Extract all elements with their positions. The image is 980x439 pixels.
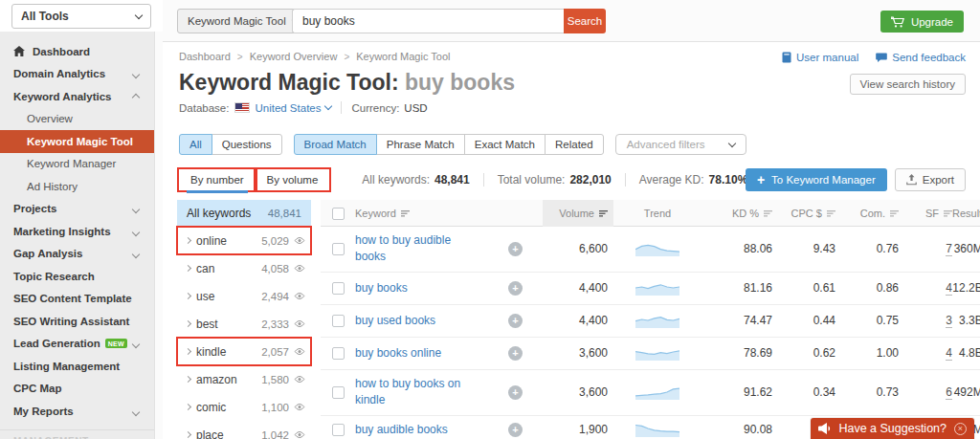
breadcrumb-dashboard[interactable]: Dashboard bbox=[179, 51, 231, 62]
eye-icon[interactable] bbox=[294, 236, 305, 245]
row-checkbox[interactable] bbox=[332, 347, 345, 360]
add-keyword-icon[interactable] bbox=[508, 423, 523, 437]
eye-icon[interactable] bbox=[294, 292, 305, 300]
row-checkbox[interactable] bbox=[332, 386, 345, 399]
send-feedback-link[interactable]: Send feedback bbox=[876, 52, 966, 63]
keyword-link[interactable]: buy books bbox=[355, 274, 408, 302]
sidebar-item-keyword-manager[interactable]: Keyword Manager bbox=[0, 153, 154, 176]
view-search-history-button[interactable]: View search history bbox=[850, 74, 967, 95]
group-item-kindle[interactable]: kindle 2,057 bbox=[177, 338, 311, 365]
com-cell: 0.73 bbox=[835, 385, 899, 399]
add-keyword-icon[interactable] bbox=[508, 281, 523, 296]
eye-icon[interactable] bbox=[294, 375, 305, 384]
column-header-kd[interactable]: KD % bbox=[702, 200, 772, 227]
group-item-use[interactable]: use 2,494 bbox=[177, 282, 311, 310]
row-checkbox[interactable] bbox=[332, 315, 345, 327]
sidebar-item-projects[interactable]: Projects bbox=[0, 198, 154, 221]
breadcrumb-keyword-magic-tool[interactable]: Keyword Magic Tool bbox=[356, 51, 450, 62]
sidebar-scrollbar[interactable] bbox=[154, 32, 163, 439]
eye-icon[interactable] bbox=[294, 264, 305, 273]
sf-link[interactable]: 3 bbox=[946, 314, 952, 328]
tab-all[interactable]: All bbox=[179, 134, 212, 155]
tab-related[interactable]: Related bbox=[545, 134, 604, 155]
sidebar-item-listing-management[interactable]: Listing Management bbox=[0, 355, 154, 378]
book-icon bbox=[782, 52, 791, 63]
group-all-keywords[interactable]: All keywords 48,841 bbox=[177, 200, 311, 227]
sidebar-item-marketing-insights[interactable]: Marketing Insights bbox=[0, 220, 154, 243]
row-checkbox[interactable] bbox=[332, 243, 345, 255]
add-keyword-icon[interactable] bbox=[508, 314, 523, 328]
add-keyword-icon[interactable] bbox=[508, 385, 523, 400]
eye-icon[interactable] bbox=[294, 403, 305, 411]
column-header-results[interactable]: Results bbox=[952, 200, 980, 227]
keyword-link[interactable]: buy used books bbox=[355, 307, 435, 335]
trend-sparkline bbox=[613, 280, 702, 296]
have-a-suggestion-badge[interactable]: Have a Suggestion? bbox=[811, 418, 974, 439]
sidebar-item-gap-analysis[interactable]: Gap Analysis bbox=[0, 243, 154, 266]
search-button[interactable]: Search bbox=[564, 9, 606, 33]
sidebar-item-dashboard[interactable]: Dashboard bbox=[0, 40, 154, 63]
cart-icon bbox=[891, 16, 904, 28]
column-header-volume[interactable]: Volume bbox=[543, 200, 613, 227]
tab-phrase-match[interactable]: Phrase Match bbox=[376, 134, 465, 155]
to-keyword-manager-button[interactable]: To Keyword Manager bbox=[746, 168, 887, 191]
sidebar-item-keyword-analytics[interactable]: Keyword Analytics bbox=[0, 85, 154, 108]
breadcrumb-keyword-overview[interactable]: Keyword Overview bbox=[250, 51, 338, 62]
user-manual-link[interactable]: User manual bbox=[782, 52, 858, 63]
sidebar-item-lead-generation[interactable]: Lead Generation NEW bbox=[0, 333, 154, 356]
add-keyword-icon[interactable] bbox=[508, 242, 523, 256]
tab-broad-match[interactable]: Broad Match bbox=[294, 134, 377, 155]
add-keyword-icon[interactable] bbox=[508, 346, 523, 361]
sidebar-item-topic-research[interactable]: Topic Research bbox=[0, 265, 154, 288]
column-header-com[interactable]: Com. bbox=[835, 200, 899, 227]
eye-icon[interactable] bbox=[294, 430, 305, 439]
sidebar-item-ad-history[interactable]: Ad History bbox=[0, 175, 154, 198]
keyword-link[interactable]: how to buy books on kindle bbox=[355, 370, 472, 415]
tab-questions[interactable]: Questions bbox=[212, 134, 282, 155]
advanced-filters-dropdown[interactable]: Advanced filters bbox=[615, 134, 747, 155]
tool-selector-label: Keyword Magic Tool bbox=[188, 15, 286, 27]
row-checkbox[interactable] bbox=[332, 424, 345, 436]
kd-cell: 78.69 bbox=[702, 346, 772, 360]
tab-exact-match[interactable]: Exact Match bbox=[464, 134, 546, 155]
sf-link[interactable]: 6 bbox=[946, 385, 952, 400]
sidebar-item-domain-analytics[interactable]: Domain Analytics bbox=[0, 63, 154, 86]
sidebar-item-keyword-magic-tool[interactable]: Keyword Magic Tool bbox=[0, 130, 154, 153]
database-select[interactable]: United States bbox=[255, 102, 331, 114]
row-checkbox[interactable] bbox=[332, 282, 345, 295]
group-item-best[interactable]: best 2,333 bbox=[177, 310, 311, 338]
search-input[interactable] bbox=[292, 9, 564, 33]
tool-selector-dropdown[interactable]: Keyword Magic Tool bbox=[177, 9, 309, 33]
select-all-checkbox[interactable] bbox=[332, 208, 345, 220]
sidebar-item-overview[interactable]: Overview bbox=[0, 108, 154, 131]
all-tools-select[interactable]: All Tools bbox=[11, 4, 151, 29]
close-icon[interactable] bbox=[954, 423, 967, 435]
eye-icon[interactable] bbox=[294, 347, 305, 356]
sf-link[interactable]: 7 bbox=[946, 242, 952, 256]
sidebar-item-my-reports[interactable]: My Reports bbox=[0, 400, 154, 423]
keyword-link[interactable]: how to buy audible books bbox=[355, 227, 472, 272]
sf-link[interactable]: 4 bbox=[946, 281, 952, 296]
tab-by-volume[interactable]: By volume bbox=[256, 169, 330, 190]
tab-by-number[interactable]: By number bbox=[179, 169, 256, 190]
export-button[interactable]: Export bbox=[895, 168, 966, 191]
column-header-cpc[interactable]: CPC $ bbox=[772, 200, 835, 227]
results-cell: 12.2B bbox=[952, 281, 980, 295]
volume-cell: 3,600 bbox=[543, 385, 613, 399]
group-item-amazon[interactable]: amazon 1,580 bbox=[177, 365, 311, 393]
sidebar-section-management: MANAGEMENT bbox=[13, 436, 163, 439]
sidebar-item-seo-content-template[interactable]: SEO Content Template bbox=[0, 288, 154, 311]
group-item-can[interactable]: can 4,058 bbox=[177, 254, 311, 282]
sf-link[interactable]: 4 bbox=[946, 346, 952, 361]
group-item-place[interactable]: place 1,042 bbox=[177, 421, 311, 439]
eye-icon[interactable] bbox=[294, 319, 305, 328]
sidebar-item-cpc-map[interactable]: CPC Map bbox=[0, 378, 154, 401]
keyword-link[interactable]: buy books online bbox=[355, 340, 441, 367]
column-header-sf[interactable]: SF bbox=[899, 200, 952, 227]
upgrade-button[interactable]: Upgrade bbox=[880, 11, 964, 33]
keyword-link[interactable]: buy audible books bbox=[355, 416, 448, 439]
column-header-keyword[interactable]: Keyword bbox=[355, 200, 508, 227]
group-item-online[interactable]: online 5,029 bbox=[177, 227, 311, 254]
sidebar-item-seo-writing-assistant[interactable]: SEO Writing Assistant bbox=[0, 310, 154, 333]
group-item-comic[interactable]: comic 1,100 bbox=[177, 393, 311, 421]
